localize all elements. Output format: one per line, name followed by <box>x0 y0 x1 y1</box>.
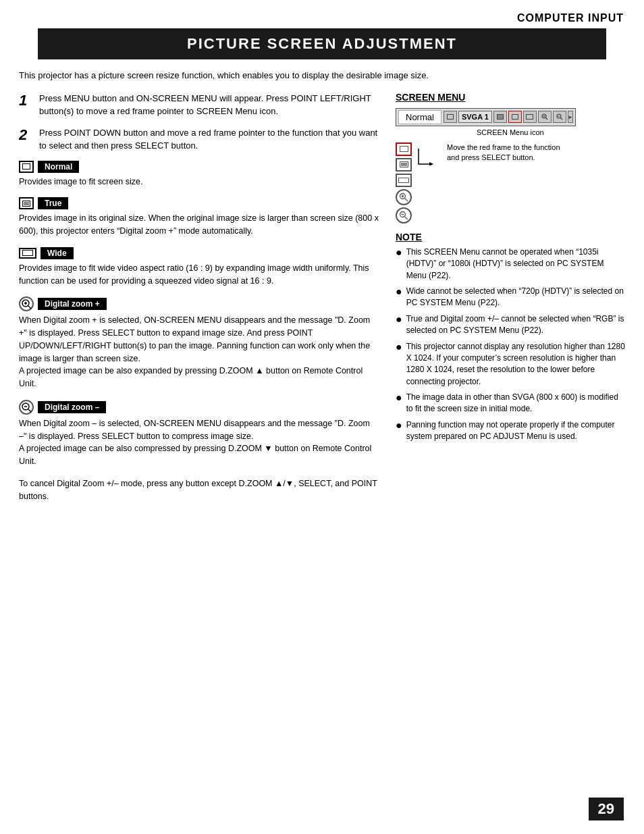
page-header: COMPUTER INPUT <box>0 0 644 28</box>
wide-icon <box>19 248 36 259</box>
note-text-6: Panning function may not operate properl… <box>406 419 625 443</box>
bullet-2: ● <box>396 286 402 298</box>
true-label: True <box>38 197 68 209</box>
mode-true: True Provides image in its original size… <box>19 197 379 238</box>
note-item-1: ● This SCREEN Menu cannot be operated wh… <box>396 246 625 282</box>
bullet-4: ● <box>396 341 402 353</box>
svg-line-17 <box>405 199 408 201</box>
step-1-number: 1 <box>19 92 34 118</box>
svg-line-8 <box>545 118 547 120</box>
screen-menu-icon-label: SCREEN Menu icon <box>477 128 544 137</box>
normal-display: Normal <box>398 110 441 124</box>
side-icon-true <box>396 158 412 172</box>
step-1-text: Press MENU button and ON-SCREEN MENU wil… <box>39 92 379 118</box>
note-text-5: The image data in other than SVGA (800 x… <box>406 392 625 415</box>
side-icon-zoom-plus <box>396 189 412 205</box>
menu-arrow-right: ► <box>568 111 573 123</box>
menu-icon-2 <box>493 111 507 123</box>
icons-with-annotation: Move the red frame to the function and p… <box>396 142 625 224</box>
step-2: 2 Press POINT DOWN button and move a red… <box>19 126 379 153</box>
bullet-1: ● <box>396 246 402 259</box>
true-desc: Provides image in its original size. Whe… <box>19 212 379 238</box>
arrow-annotation: Move the red frame to the function and p… <box>417 142 562 165</box>
note-item-5: ● The image data in other than SVGA (800… <box>396 392 625 415</box>
normal-icon <box>19 161 34 173</box>
zoom-plus-label: Digital zoom + <box>38 298 107 310</box>
note-section: NOTE ● This SCREEN Menu cannot be operat… <box>396 232 625 443</box>
svg-line-12 <box>560 118 562 120</box>
menu-icons-row: SVGA 1 <box>444 111 573 123</box>
svga-label: SVGA 1 <box>458 111 492 123</box>
screen-menu-icon-annotation: SCREEN Menu icon <box>396 128 625 137</box>
mode-wide: Wide Provides image to fit wide video as… <box>19 247 379 288</box>
svg-marker-21 <box>429 162 433 165</box>
note-text-2: Wide cannot be selected when “720p (HDTV… <box>406 286 625 309</box>
bullet-6: ● <box>396 419 402 432</box>
step-2-number: 2 <box>19 126 34 153</box>
note-text-3: True and Digital zoom +/– cannot be sele… <box>406 313 625 337</box>
step-2-text: Press POINT DOWN button and move a red f… <box>39 126 379 153</box>
page-title: PICTURE SCREEN ADJUSTMENT <box>38 28 606 59</box>
side-icon-wide <box>396 174 412 187</box>
zoom-plus-icon <box>19 296 34 311</box>
side-icon-zoom-minus <box>396 207 412 224</box>
true-icon <box>19 197 34 209</box>
bullet-5: ● <box>396 392 402 404</box>
arrow-annotation-text: Move the red frame to the function and p… <box>447 142 562 163</box>
zoom-plus-desc: When Digital zoom + is selected, ON-SCRE… <box>19 314 379 390</box>
svg-line-3 <box>28 306 31 309</box>
intro-text: This projector has a picture screen resi… <box>19 69 625 82</box>
menu-icon-1 <box>444 111 457 123</box>
left-column: 1 Press MENU button and ON-SCREEN MENU w… <box>19 92 379 503</box>
mode-digital-zoom-minus: Digital zoom – When Digital zoom – is se… <box>19 400 379 468</box>
mode-normal: Normal Provides image to fit screen size… <box>19 161 379 188</box>
zoom-minus-icon <box>19 400 34 415</box>
side-icon-normal <box>396 142 412 156</box>
step-1: 1 Press MENU button and ON-SCREEN MENU w… <box>19 92 379 118</box>
note-text-4: This projector cannot display any resolu… <box>406 341 625 388</box>
zoom-minus-label: Digital zoom – <box>38 401 106 413</box>
normal-desc: Provides image to fit screen size. <box>19 176 379 188</box>
cancel-text: To cancel Digital Zoom +/– mode, press a… <box>19 477 379 503</box>
right-column: SCREEN MENU Normal SVGA 1 <box>396 92 625 503</box>
screen-menu-title: SCREEN MENU <box>396 92 625 103</box>
zoom-minus-desc: When Digital zoom – is selected, ON-SCRE… <box>19 417 379 468</box>
normal-label: Normal <box>38 161 79 173</box>
mode-digital-zoom-plus: Digital zoom + When Digital zoom + is se… <box>19 296 379 390</box>
menu-icon-6 <box>553 111 566 123</box>
menu-icon-3-selected <box>508 111 522 123</box>
svg-line-20 <box>405 217 408 219</box>
note-item-2: ● Wide cannot be selected when “720p (HD… <box>396 286 625 309</box>
note-item-3: ● True and Digital zoom +/– cannot be se… <box>396 313 625 337</box>
page-number: 29 <box>589 798 624 820</box>
bullet-3: ● <box>396 313 402 325</box>
wide-label: Wide <box>41 247 74 259</box>
menu-icon-5 <box>538 111 552 123</box>
note-title: NOTE <box>396 232 625 242</box>
wide-desc: Provides image to fit wide video aspect … <box>19 262 379 288</box>
side-icons-column <box>396 142 412 224</box>
note-item-4: ● This projector cannot display any reso… <box>396 341 625 388</box>
note-item-6: ● Panning function may not operate prope… <box>396 419 625 443</box>
note-text-1: This SCREEN Menu cannot be operated when… <box>406 246 625 282</box>
screen-menu-bar: Normal SVGA 1 <box>396 108 576 126</box>
menu-icon-4 <box>523 111 537 123</box>
svg-line-6 <box>28 409 31 412</box>
